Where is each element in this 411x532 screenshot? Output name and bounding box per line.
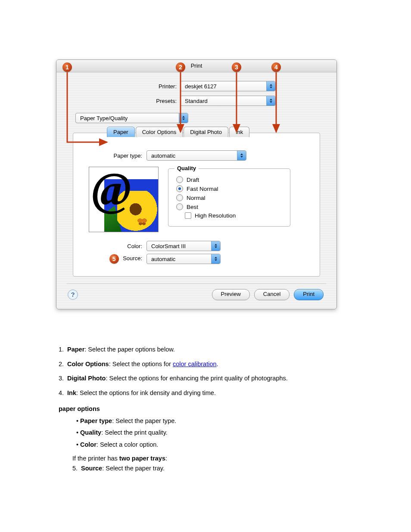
opt-bold: Paper type: [80, 417, 112, 424]
print-dialog: Print Printer: deskjet 6127 Presets: Sta…: [56, 59, 337, 309]
source-select[interactable]: automatic: [146, 254, 221, 264]
list-num: 2.: [59, 360, 67, 369]
color-mode-label: Color:: [82, 243, 146, 249]
opt-text: : Select the print quality.: [101, 429, 168, 436]
quality-high-res[interactable]: High Resolution: [185, 212, 275, 219]
quality-fast-normal[interactable]: Fast Normal: [176, 185, 275, 192]
opt-text: : Select the paper type.: [112, 417, 176, 424]
checkbox-icon: [185, 212, 191, 219]
color-mode-select[interactable]: ColorSmart III: [146, 241, 221, 251]
tab-paper[interactable]: Paper: [107, 127, 135, 137]
printer-value: deskjet 6127: [181, 83, 266, 90]
options-panel: Paper Color Options Digital Photo Ink Pa…: [73, 133, 320, 277]
quality-best[interactable]: Best: [176, 203, 275, 210]
list-bold: Source: [81, 465, 102, 472]
list-item: Paper type: Select the paper type.: [80, 417, 339, 426]
section-select[interactable]: Paper Type/Quality: [75, 113, 188, 123]
list-num: 5.: [72, 464, 81, 473]
list-text: : Select the options for ink density and…: [76, 389, 216, 396]
callout-marker-2: 2: [176, 62, 185, 72]
quality-draft[interactable]: Draft: [176, 176, 275, 183]
dialog-title: Print: [56, 60, 336, 72]
list-text: .: [217, 361, 218, 367]
stepper-arrows-icon: [179, 113, 188, 123]
list-text: : Select the paper tray.: [102, 465, 165, 472]
callout-marker-3: 3: [232, 62, 241, 72]
section-value: Paper Type/Quality: [76, 115, 179, 121]
print-button[interactable]: Print: [294, 289, 324, 300]
cancel-button[interactable]: Cancel: [254, 289, 290, 300]
paper-type-select[interactable]: automatic: [146, 150, 246, 161]
quality-highres-label: High Resolution: [195, 212, 236, 219]
quality-normal[interactable]: Normal: [176, 194, 275, 201]
opt-text: : Select a color option.: [97, 441, 158, 448]
radio-icon: [176, 185, 183, 192]
quality-legend: Quality: [174, 165, 199, 171]
note-text: :: [165, 455, 167, 462]
callout-marker-5: 5: [109, 254, 119, 264]
stepper-arrows-icon: [211, 241, 220, 251]
quality-fast-label: Fast Normal: [187, 186, 218, 192]
tab-digital-photo[interactable]: Digital Photo: [184, 127, 228, 137]
stepper-arrows-icon: [237, 151, 246, 160]
radio-icon: [176, 194, 183, 201]
quality-best-label: Best: [187, 204, 198, 210]
help-button[interactable]: ?: [68, 289, 78, 300]
butterfly-icon: [137, 217, 148, 226]
explanatory-text: 1. Paper: Select the paper options below…: [59, 345, 339, 473]
opt-bold: Color: [80, 441, 97, 448]
stepper-arrows-icon: [266, 81, 275, 91]
quality-group: Quality Draft Fast Normal Normal: [168, 168, 290, 227]
stepper-arrows-icon: [266, 96, 275, 106]
source-value: automatic: [147, 256, 211, 262]
note-text: If the printer has: [72, 455, 119, 462]
presets-value: Standard: [181, 98, 266, 104]
list-bold: Ink: [67, 389, 76, 396]
presets-select[interactable]: Standard: [180, 96, 276, 106]
callout-marker-1: 1: [62, 62, 72, 72]
quality-normal-label: Normal: [187, 195, 206, 201]
list-num: 4.: [59, 389, 67, 398]
callout-marker-4: 4: [271, 62, 281, 72]
color-calibration-link[interactable]: color calibration: [173, 361, 217, 367]
printer-label: Printer:: [67, 83, 180, 90]
source-label: Source:: [123, 255, 142, 261]
list-text: : Select the paper options below.: [84, 346, 175, 353]
preview-button[interactable]: Preview: [212, 289, 250, 300]
list-bold: Digital Photo: [67, 375, 106, 382]
list-item: Color: Select a color option.: [80, 441, 339, 449]
printer-select[interactable]: deskjet 6127: [180, 81, 276, 91]
tab-ink[interactable]: Ink: [229, 127, 249, 137]
preview-thumbnail: @: [89, 167, 159, 232]
presets-label: Presets:: [67, 98, 180, 104]
list-num: 3.: [59, 374, 67, 383]
tab-color-options[interactable]: Color Options: [136, 127, 183, 137]
quality-draft-label: Draft: [187, 177, 199, 183]
list-text: : Select the options for: [109, 361, 173, 367]
list-item: Quality: Select the print quality.: [80, 429, 339, 437]
list-text: : Select the options for enhancing the p…: [106, 375, 287, 382]
separator: [67, 283, 326, 284]
list-bold: Color Options: [67, 361, 109, 367]
list-bold: Paper: [67, 346, 84, 353]
list-num: 1.: [59, 345, 67, 354]
stepper-arrows-icon: [211, 254, 220, 264]
radio-icon: [176, 203, 183, 210]
source-label-cell: 5 Source:: [82, 254, 146, 264]
paper-type-label: Paper type:: [82, 152, 146, 159]
radio-icon: [176, 176, 183, 183]
paper-type-value: automatic: [147, 152, 237, 159]
at-sign-icon: @: [92, 167, 131, 213]
opt-bold: Quality: [80, 429, 101, 436]
note-bold: two paper trays: [119, 455, 165, 462]
paper-options-heading: paper options: [59, 405, 339, 414]
color-mode-value: ColorSmart III: [147, 243, 211, 249]
